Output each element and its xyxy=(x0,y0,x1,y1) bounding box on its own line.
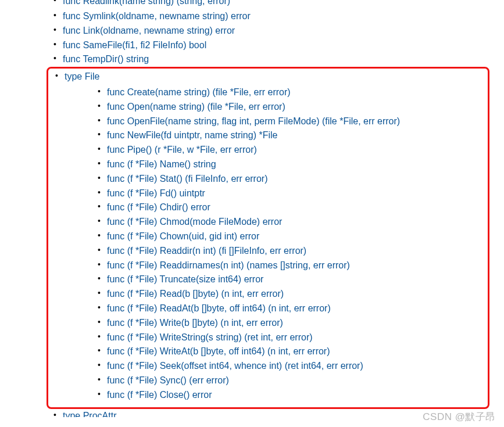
list-item: func (f *File) Truncate(size int64) erro… xyxy=(96,272,482,287)
func-link[interactable]: func (f *File) Sync() (err error) xyxy=(107,375,229,385)
list-item: func Pipe() (r *File, w *File, err error… xyxy=(96,143,482,157)
list-item: func (f *File) Seek(offset int64, whence… xyxy=(96,359,482,374)
func-link[interactable]: func (f *File) Chown(uid, gid int) error xyxy=(107,231,259,241)
list-item: func NewFile(fd uintptr, name string) *F… xyxy=(96,128,482,143)
list-item: func (f *File) Readdir(n int) (fi []File… xyxy=(96,244,482,259)
list-item: func (f *File) Name() string xyxy=(96,157,482,172)
list-item: func OpenFile(name string, flag int, per… xyxy=(96,114,482,129)
func-link[interactable]: func SameFile(fi1, fi2 FileInfo) bool xyxy=(63,40,206,50)
list-item: func TempDir() string xyxy=(52,52,504,67)
list-item: func Symlink(oldname, newname string) er… xyxy=(52,9,504,24)
list-item: func (f *File) Stat() (fi FileInfo, err … xyxy=(96,172,482,186)
func-link[interactable]: func (f *File) Chmod(mode FileMode) erro… xyxy=(107,217,282,227)
list-item: func Link(oldname, newname string) error xyxy=(52,24,504,38)
func-link[interactable]: func (f *File) Close() error xyxy=(107,390,212,400)
list-item: func (f *File) Close() error xyxy=(96,388,482,403)
list-item: type ProcAttr xyxy=(52,409,504,417)
func-link[interactable]: func (f *File) Read(b []byte) (n int, er… xyxy=(107,289,284,299)
highlighted-section: type File func Create(name string) (file… xyxy=(47,67,489,408)
func-link[interactable]: func NewFile(fd uintptr, name string) *F… xyxy=(107,130,277,140)
func-link[interactable]: func (f *File) Fd() uintptr xyxy=(107,188,205,198)
func-link[interactable]: func (f *File) Seek(offset int64, whence… xyxy=(107,361,363,371)
func-link[interactable]: func TempDir() string xyxy=(63,54,149,64)
list-item: func Create(name string) (file *File, er… xyxy=(96,85,482,100)
list-item: func (f *File) Sync() (err error) xyxy=(96,374,482,388)
list-item: func (f *File) Chdir() error xyxy=(96,200,482,215)
func-link[interactable]: func (f *File) ReadAt(b []byte, off int6… xyxy=(107,303,331,313)
func-link[interactable]: func Symlink(oldname, newname string) er… xyxy=(63,11,251,21)
list-item: func (f *File) WriteString(s string) (re… xyxy=(96,331,482,345)
func-link[interactable]: func Pipe() (r *File, w *File, err error… xyxy=(107,145,257,155)
list-item: func Open(name string) (file *File, err … xyxy=(96,100,482,114)
type-file-item: type File func Create(name string) (file… xyxy=(54,70,482,403)
func-link[interactable]: func Open(name string) (file *File, err … xyxy=(107,102,285,112)
list-item: func (f *File) Write(b []byte) (n int, e… xyxy=(96,316,482,331)
func-link[interactable]: func (f *File) Chdir() error xyxy=(107,202,210,212)
file-methods-list: func Create(name string) (file *File, er… xyxy=(65,84,482,404)
func-link[interactable]: func (f *File) WriteString(s string) (re… xyxy=(107,332,313,342)
top-function-list: func Symlink(oldname, newname string) er… xyxy=(0,9,504,67)
func-link[interactable]: func (f *File) Truncate(size int64) erro… xyxy=(107,274,263,284)
type-link[interactable]: type ProcAttr xyxy=(63,411,116,417)
list-item: func SameFile(fi1, fi2 FileInfo) bool xyxy=(52,38,504,53)
list-item: func (f *File) Readdirnames(n int) (name… xyxy=(96,259,482,273)
func-link[interactable]: func OpenFile(name string, flag int, per… xyxy=(107,116,400,126)
list-item: func (f *File) Chmod(mode FileMode) erro… xyxy=(96,215,482,229)
func-link[interactable]: func Link(oldname, newname string) error xyxy=(63,26,235,35)
func-link[interactable]: func (f *File) Name() string xyxy=(107,159,216,169)
list-item: func (f *File) Chown(uid, gid int) error xyxy=(96,229,482,244)
type-link[interactable]: type File xyxy=(65,71,99,81)
list-item: func (f *File) Fd() uintptr xyxy=(96,186,482,201)
func-link[interactable]: func (f *File) Stat() (fi FileInfo, err … xyxy=(107,174,268,184)
func-link[interactable]: func (f *File) WriteAt(b []byte, off int… xyxy=(107,346,330,356)
list-item: func (f *File) ReadAt(b []byte, off int6… xyxy=(96,302,482,316)
func-link[interactable]: func (f *File) Write(b []byte) (n int, e… xyxy=(107,318,283,328)
func-link[interactable]: func Create(name string) (file *File, er… xyxy=(107,87,291,97)
list-item: func Readlink(name string) (string, erro… xyxy=(52,0,504,9)
list-item: func (f *File) Read(b []byte) (n int, er… xyxy=(96,287,482,302)
func-link[interactable]: func (f *File) Readdirnames(n int) (name… xyxy=(107,260,350,270)
func-link[interactable]: func Readlink(name string) (string, erro… xyxy=(63,0,230,6)
list-item: func (f *File) WriteAt(b []byte, off int… xyxy=(96,345,482,359)
func-link[interactable]: func (f *File) Readdir(n int) (fi []File… xyxy=(107,246,306,256)
